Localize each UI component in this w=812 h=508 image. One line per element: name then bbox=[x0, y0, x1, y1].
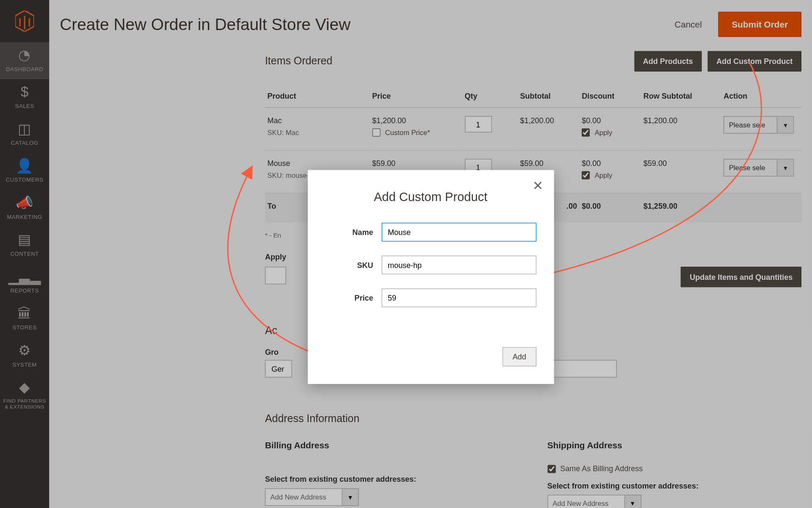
modal-name-input[interactable] bbox=[381, 223, 536, 241]
close-icon[interactable]: ✕ bbox=[533, 178, 543, 193]
modal-sku-label: SKU bbox=[325, 261, 381, 270]
add-custom-product-modal: ✕ Add Custom Product Name SKU Price Add bbox=[307, 170, 554, 384]
modal-add-button[interactable]: Add bbox=[503, 347, 536, 367]
modal-sku-input[interactable] bbox=[381, 256, 536, 274]
modal-title: Add Custom Product bbox=[307, 170, 554, 218]
modal-price-label: Price bbox=[325, 293, 381, 302]
modal-price-input[interactable] bbox=[381, 288, 536, 307]
modal-name-label: Name bbox=[325, 228, 381, 237]
